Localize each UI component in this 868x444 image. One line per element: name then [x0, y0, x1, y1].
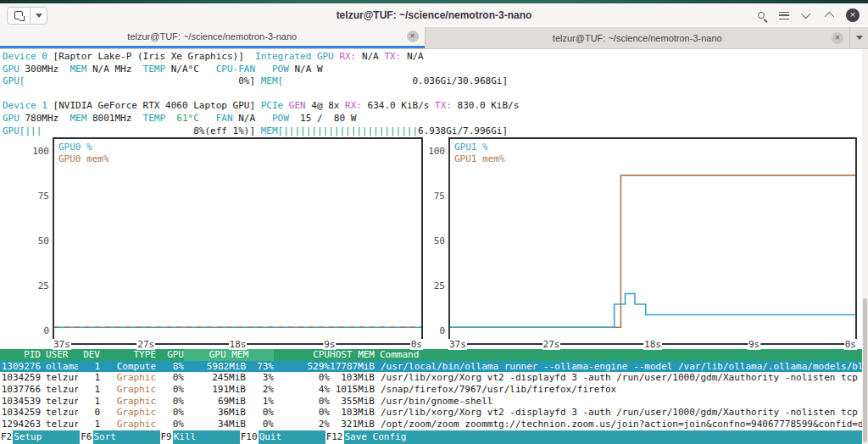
fnkey-action-setup[interactable]: Setup [13, 430, 80, 444]
process-cpu: 0% [274, 407, 330, 419]
process-dev: 1 [78, 396, 100, 408]
fnkey-f9: F9 [160, 430, 173, 444]
process-type: Graphic [100, 407, 156, 419]
process-row[interactable]: 1294263telzur1Graphic0%34MiB0%2%321MiB/o… [0, 419, 868, 430]
titlebar-controls: × [758, 8, 860, 22]
column-header-host-mem[interactable]: HOST MEM [330, 349, 375, 361]
process-row[interactable]: 1034539telzur1Graphic0%69MiB1%0%355MiB/u… [0, 396, 868, 408]
process-gpu_mem: 191MiB [184, 384, 246, 396]
process-type: Graphic [100, 384, 156, 396]
fnkey-action-kill[interactable]: Kill [173, 430, 240, 444]
fnkey-f2: F2 [0, 430, 13, 444]
column-header-pid[interactable]: PID [0, 349, 41, 361]
x-axis-tick-label: 27s [136, 339, 155, 350]
terminal-text: [NVIDIA GeForce RTX 4060 Laptop GPU] [53, 100, 261, 111]
fnkey-action-save-config[interactable]: Save Config [344, 430, 868, 444]
process-table-header: PIDUSERDEVTYPEGPUGPU MEMCPUHOST MEMComma… [0, 349, 868, 361]
process-pid: 1034539 [0, 396, 41, 408]
process-gpu: 0% [156, 384, 184, 396]
utilization-charts: 0255075100 GPU0 %GPU0 mem%37s27s18s9s0s … [0, 137, 857, 346]
process-row[interactable]: 1037766telzur1Graphic0%191MiB2%4%1015MiB… [0, 384, 868, 396]
terminal-text: N/A [407, 51, 424, 62]
terminal-text: CPU-FAN [216, 64, 255, 75]
terminal-text: 8%(eff 1%)] [42, 125, 260, 136]
tab-close-icon[interactable]: × [407, 31, 419, 42]
window-title: telzur@TUF: ~/science/nemotron-3-nano [0, 9, 868, 21]
legend-entry: GPU0 % [58, 142, 109, 153]
column-header-cpu[interactable]: CPU [274, 349, 330, 361]
legend-entry: GPU0 mem% [58, 153, 109, 165]
tab-list-dropdown[interactable] [849, 27, 868, 48]
process-gpu: 0% [156, 372, 184, 384]
terminal-line: Device 0 [Raptor Lake-P (Iris Xe Graphic… [0, 51, 868, 64]
column-header-type[interactable]: TYPE [100, 349, 156, 361]
process-gpu: 0% [156, 407, 184, 419]
search-icon[interactable] [758, 12, 765, 19]
chart-legend: GPU0 %GPU0 mem% [58, 142, 109, 165]
terminal-text: ||| [25, 125, 42, 136]
process-cpu: 529% [274, 361, 330, 373]
process-cpu: 0% [274, 396, 330, 408]
process-user: telzur [41, 419, 78, 430]
terminal-text: N/A°C [165, 64, 216, 75]
menu-icon[interactable] [779, 12, 789, 19]
fnkey-action-sort[interactable]: Sort [93, 430, 160, 444]
process-user: telzur [41, 384, 78, 396]
process-type: Graphic [100, 372, 156, 384]
tab-terminal-1[interactable]: telzur@TUF: ~/science/nemotron-3-nano × [0, 27, 425, 48]
terminal-text: Integrated GPU [255, 51, 339, 62]
process-dev: 0 [78, 407, 100, 419]
process-dev: 1 [78, 361, 100, 373]
fnkey-f12: F12 [326, 430, 344, 444]
column-header-user[interactable]: USER [41, 349, 78, 361]
terminal-text: MEM [70, 113, 86, 124]
terminal-text: TEMP [143, 113, 166, 124]
new-tab-button[interactable] [8, 8, 30, 24]
legend-entry: GPU1 mem% [454, 153, 505, 165]
terminal-text: [Raptor Lake-P (Iris Xe Graphics)] [53, 51, 244, 62]
process-host_mem: 321MiB [330, 419, 375, 430]
tab-close-icon[interactable]: × [832, 32, 843, 44]
gpu0-utilization-chart: GPU0 %GPU0 mem%37s27s18s9s0s [53, 137, 423, 345]
chart-legend: GPU1 %GPU1 mem% [454, 142, 505, 165]
new-tab-dropdown-button[interactable] [30, 8, 47, 24]
process-host_mem: 103MiB [330, 407, 375, 419]
process-user: telzur [41, 407, 78, 419]
tab-title: telzur@TUF: ~/science/nemotron-3-nano [553, 33, 722, 43]
process-dev: 1 [78, 384, 100, 396]
terminal-text: 830.0 KiB/s [458, 100, 520, 111]
close-icon[interactable]: × [846, 8, 860, 22]
column-header-command[interactable]: Command [375, 349, 868, 361]
process-gpu_mem: 36MiB [184, 407, 246, 419]
process-table: PIDUSERDEVTYPEGPUGPU MEMCPUHOST MEMComma… [0, 349, 868, 430]
process-pid: 1037766 [0, 384, 41, 396]
scrollbar-thumb[interactable] [863, 298, 867, 442]
process-host_mem: 355MiB [330, 396, 375, 408]
process-cpu: 4% [274, 384, 330, 396]
y-axis-tick-label: 100 [32, 146, 49, 157]
fnkey-action-quit[interactable]: Quit [259, 430, 326, 444]
column-header-dev[interactable]: DEV [78, 349, 100, 361]
y-axis-tick-label: 50 [434, 236, 445, 247]
process-row[interactable]: 1309276ollama1Compute8%5982MiB73%529%177… [0, 361, 868, 373]
terminal-text: PCIe [261, 100, 289, 111]
maximize-icon[interactable] [825, 12, 834, 21]
process-gpu: 0% [156, 396, 184, 408]
terminal-text: Device 1 [3, 100, 53, 111]
series-line [450, 294, 855, 328]
terminal-text: 4@ 8x [311, 100, 345, 111]
tab-title: telzur@TUF: ~/science/nemotron-3-nano [127, 31, 297, 42]
terminal-text: GPU [3, 113, 19, 124]
process-host_mem: 103MiB [330, 372, 375, 384]
column-header-gpu[interactable]: GPU [156, 349, 184, 361]
column-header-gpu-mem[interactable]: GPU MEM [184, 349, 274, 361]
chevron-down-icon [36, 14, 42, 18]
scrollbar[interactable] [862, 49, 868, 444]
process-row[interactable]: 1034259telzur0Graphic0%36MiB0%0%103MiB/u… [0, 407, 868, 419]
process-row[interactable]: 1034259telzur1Graphic0%245MiB3%0%103MiB/… [0, 372, 868, 384]
terminal-line: GPU[||| 8%(eff 1%)] MEM[||||||||||||||||… [0, 125, 868, 138]
minimize-icon[interactable] [801, 9, 810, 19]
tab-terminal-2[interactable]: telzur@TUF: ~/science/nemotron-3-nano × [425, 27, 850, 48]
new-tab-button-group [7, 7, 47, 25]
terminal-text: N/A [362, 51, 385, 62]
